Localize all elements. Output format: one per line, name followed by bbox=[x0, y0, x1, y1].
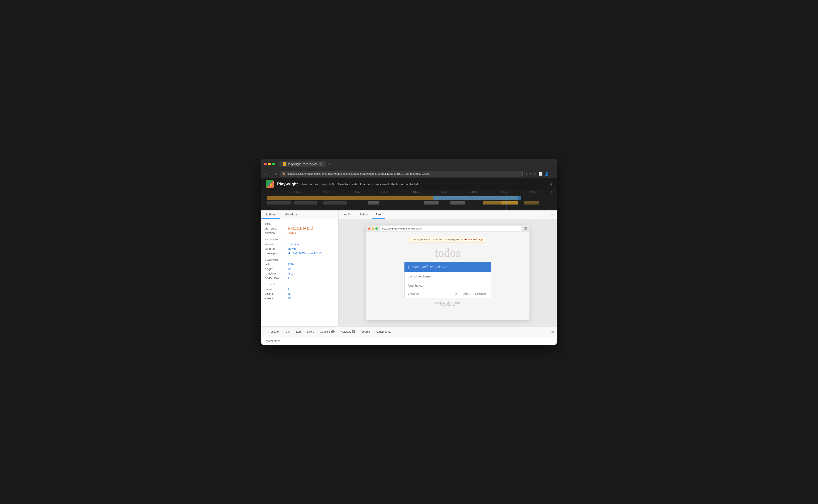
banner-link[interactable]: real TodoMVC app. bbox=[464, 238, 483, 241]
mock-url: https://demo.playwright.dev/todomvc/#/ bbox=[382, 227, 422, 230]
counts-label: COUNTS bbox=[265, 283, 335, 286]
zoom-icon[interactable]: ⊕ bbox=[525, 172, 527, 176]
pages-value: 1 bbox=[287, 288, 289, 291]
bottom-tab-errors[interactable]: Errors bbox=[304, 329, 317, 335]
bookmark-icon[interactable]: ☆ bbox=[533, 172, 536, 176]
bottom-tab-attachments[interactable]: Attachments bbox=[373, 329, 394, 335]
actions-key: actions: bbox=[265, 292, 287, 295]
height-row: height: 720 bbox=[265, 267, 335, 271]
tab-close-button[interactable]: ✕ bbox=[319, 162, 322, 166]
breadcrumb: demo-todo-app.spec.ts:60 › New Todo › sh… bbox=[301, 182, 418, 186]
mock-dot-yellow bbox=[372, 227, 374, 230]
theme-toggle[interactable]: ◑ bbox=[549, 182, 552, 186]
engine-value: chromium bbox=[287, 243, 300, 246]
timeline-segment-2 bbox=[294, 201, 317, 205]
tab-after[interactable]: After bbox=[372, 210, 385, 219]
tick-900ms: 900ms bbox=[530, 191, 537, 193]
bottom-tab-console[interactable]: Console 1 bbox=[317, 329, 337, 335]
engine-row: engine: chromium bbox=[265, 243, 335, 246]
filter-completed[interactable]: Completed bbox=[474, 292, 488, 296]
tab-action[interactable]: Action bbox=[340, 210, 356, 219]
addressbar: ‹ › ↻ 🔒 localhost:56296/trace/index.html… bbox=[261, 169, 557, 178]
useragent-value: Mozilla/5.0 (Windows NT 10.... bbox=[287, 252, 325, 255]
platform-key: platform: bbox=[265, 247, 287, 250]
todo-list: buy some cheese feed the cat 2 items lef… bbox=[404, 272, 491, 298]
events-row: events: 23 bbox=[265, 297, 335, 300]
tick-200ms: 200ms bbox=[323, 191, 330, 193]
timeline[interactable]: 0 100ms 200ms 300ms 400ms 500ms 600ms 70… bbox=[261, 190, 557, 210]
tick-300ms: 300ms bbox=[353, 191, 360, 193]
browser-tab[interactable]: 🎭 Playwright Trace Viewer ✕ bbox=[279, 161, 325, 167]
duration-key: duration: bbox=[265, 232, 287, 235]
devicescale-row: device scale: 1 bbox=[265, 277, 335, 280]
reload-button[interactable]: ↻ bbox=[273, 172, 278, 176]
banner-text: This is just a demo of TodoMVC for testi… bbox=[412, 238, 463, 241]
browser-section: BROWSER engine: chromium platform: darwi… bbox=[265, 238, 335, 255]
bottom-tab-log[interactable]: Log bbox=[293, 329, 303, 335]
timeline-bars bbox=[261, 195, 557, 210]
todo-item-2: feed the cat bbox=[405, 281, 491, 290]
maximize-button[interactable] bbox=[272, 163, 275, 165]
filter-all[interactable]: All bbox=[454, 292, 460, 296]
start-time-value: 18/09/2023, 16:22:15 bbox=[287, 227, 313, 230]
minimize-button[interactable] bbox=[268, 163, 271, 165]
bottom-tab-locator-label: Locator bbox=[270, 330, 280, 333]
ismobile-key: is mobile: bbox=[265, 272, 287, 275]
filter-active[interactable]: Active bbox=[462, 292, 471, 296]
bottom-tab-network[interactable]: Network 6 bbox=[338, 329, 358, 335]
tab-label: Playwright Trace Viewer bbox=[288, 162, 317, 166]
viewport-section: VIEWPORT width: 1280 height: 720 is mobi… bbox=[265, 259, 335, 280]
bottom-tab-source-label: Source bbox=[361, 330, 370, 333]
tick-800ms: 800ms bbox=[501, 191, 508, 193]
url-text: localhost:56296/trace/index.html?trace=h… bbox=[287, 172, 430, 175]
timeline-segment-9 bbox=[524, 201, 539, 205]
new-tab-button[interactable]: + bbox=[328, 162, 331, 167]
timeline-segment-1 bbox=[267, 201, 291, 205]
status-text: locator.press bbox=[265, 339, 280, 343]
bottom-tab-console-label: Console bbox=[320, 330, 330, 333]
right-panel: Action Before After ⤢ https://demo.playw… bbox=[338, 210, 557, 326]
todo-input-box: ❯ What needs to be done? bbox=[404, 262, 491, 272]
share-icon[interactable]: ↑ bbox=[530, 172, 531, 176]
tick-1s: 1.0s bbox=[551, 191, 555, 193]
devicescale-value: 1 bbox=[287, 277, 289, 280]
bottom-tab-locator[interactable]: ◎ Locator bbox=[264, 329, 282, 335]
back-button[interactable]: ‹ bbox=[264, 172, 267, 176]
tab-actions[interactable]: Actions bbox=[261, 210, 280, 219]
network-badge: 6 bbox=[352, 330, 355, 333]
pages-key: pages: bbox=[265, 288, 287, 291]
tab-before[interactable]: Before bbox=[356, 210, 372, 219]
main-content: Actions Metadata TIME start time: 18/09/… bbox=[261, 210, 557, 326]
close-button[interactable] bbox=[264, 163, 267, 165]
bottom-tab-call[interactable]: Call bbox=[283, 329, 293, 335]
counts-section: COUNTS pages: 1 actions: 25 events: 23 bbox=[265, 283, 335, 300]
timeline-bar-blue bbox=[433, 196, 521, 200]
forward-button[interactable]: › bbox=[269, 172, 272, 176]
engine-key: engine: bbox=[265, 243, 287, 246]
address-bar[interactable]: 🔒 localhost:56296/trace/index.html?trace… bbox=[280, 171, 523, 177]
timeline-segment-3 bbox=[323, 201, 347, 205]
app-title: Playwright bbox=[277, 182, 298, 187]
width-value: 1280 bbox=[287, 263, 294, 266]
tick-500ms: 500ms bbox=[412, 191, 419, 193]
split-view-button[interactable]: ⊞ bbox=[551, 330, 554, 334]
bottom-tab-attachments-label: Attachments bbox=[376, 330, 391, 333]
expand-icon[interactable]: ⤢ bbox=[548, 211, 555, 219]
playwright-logo: 🎭 bbox=[266, 180, 274, 188]
app-header: 🎭 Playwright demo-todo-app.spec.ts:60 › … bbox=[261, 178, 557, 190]
panel-content: TIME start time: 18/09/2023, 16:22:15 du… bbox=[261, 219, 338, 326]
timeline-segment-8 bbox=[501, 201, 518, 205]
browser-mock: https://demo.playwright.dev/todomvc/#/ ☰… bbox=[366, 225, 530, 320]
menu-icon[interactable]: ⋮ bbox=[551, 172, 554, 176]
duration-row: duration: 951ms bbox=[265, 232, 335, 235]
todo-footer: 2 items left All Active Completed bbox=[405, 290, 491, 298]
extensions-icon[interactable]: ⬜ bbox=[539, 172, 543, 176]
bottom-tab-source[interactable]: Source bbox=[358, 329, 372, 335]
tab-metadata[interactable]: Metadata bbox=[280, 210, 301, 219]
titlebar: 🎭 Playwright Trace Viewer ✕ + bbox=[261, 159, 557, 169]
main-window: 🎭 Playwright Trace Viewer ✕ + ‹ › ↻ 🔒 lo… bbox=[261, 159, 557, 345]
profile-icon[interactable]: 👤 bbox=[545, 172, 549, 176]
start-time-key: start time: bbox=[265, 227, 287, 230]
useragent-key: user agent: bbox=[265, 252, 287, 255]
start-time-row: start time: 18/09/2023, 16:22:15 bbox=[265, 227, 335, 230]
